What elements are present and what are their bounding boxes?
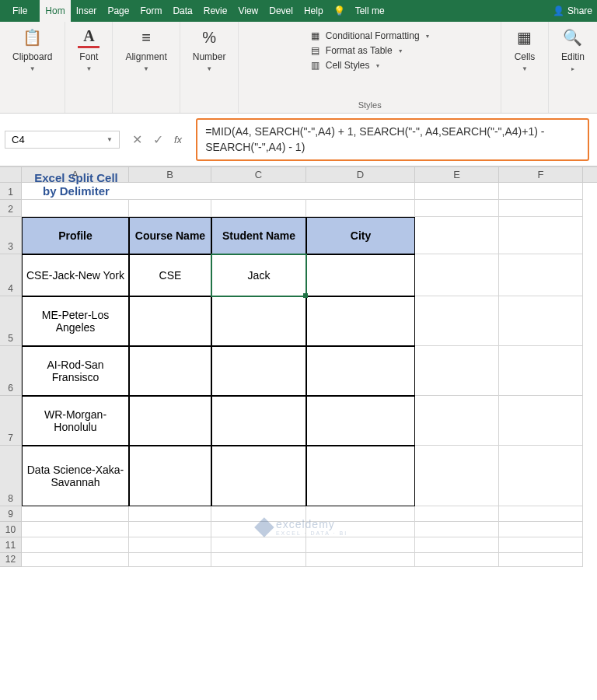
conditional-formatting-button[interactable]: ▦ Conditional Formatting ▼ [309, 30, 431, 42]
cell[interactable] [129, 537, 211, 553]
cell[interactable] [415, 346, 499, 396]
row-header[interactable]: 1 [0, 183, 22, 200]
cell[interactable] [306, 553, 415, 567]
cell[interactable] [499, 183, 583, 200]
row-header[interactable]: 12 [0, 553, 22, 567]
row-header[interactable]: 9 [0, 506, 22, 522]
tab-page[interactable]: Page [102, 0, 134, 22]
clipboard-button[interactable]: 📋 Clipboard ▼ [8, 25, 57, 74]
header-student[interactable]: Student Name [211, 217, 306, 254]
header-city[interactable]: City [306, 217, 415, 254]
cancel-icon[interactable]: ✕ [132, 132, 142, 147]
tab-file[interactable]: File [0, 0, 40, 22]
cell[interactable] [415, 506, 499, 522]
col-header-D[interactable]: D [306, 167, 415, 182]
cell[interactable] [499, 200, 583, 217]
cell-student[interactable] [211, 346, 306, 396]
cell-city[interactable] [306, 346, 415, 396]
cell[interactable] [499, 296, 583, 346]
cell-profile[interactable]: WR-Morgan-Honolulu [22, 396, 129, 446]
col-header-F[interactable]: F [499, 167, 583, 182]
chevron-down-icon[interactable]: ▼ [106, 136, 113, 143]
cell-course[interactable]: CSE [129, 254, 211, 296]
cell[interactable] [415, 522, 499, 537]
cells-button[interactable]: ▦ Cells ▼ [509, 25, 540, 74]
format-as-table-button[interactable]: ▤ Format as Table ▼ [309, 44, 403, 57]
number-button[interactable]: % Number ▼ [188, 25, 231, 74]
name-box[interactable]: C4 ▼ [5, 131, 120, 149]
row-header[interactable]: 7 [0, 396, 22, 446]
col-header-B[interactable]: B [129, 167, 211, 182]
row-header[interactable]: 10 [0, 522, 22, 537]
share-button[interactable]: 👤 Share [548, 5, 597, 16]
cell[interactable] [415, 296, 499, 346]
cell[interactable] [499, 396, 583, 446]
row-header[interactable]: 3 [0, 217, 22, 254]
cell[interactable] [415, 217, 499, 254]
lightbulb-icon[interactable]: 💡 [333, 5, 345, 16]
cell[interactable] [22, 553, 129, 567]
cell[interactable] [415, 396, 499, 446]
fill-handle[interactable] [303, 293, 308, 298]
tab-formulas[interactable]: Form [134, 0, 167, 22]
font-button[interactable]: A Font ▼ [73, 25, 104, 74]
cell[interactable] [306, 183, 415, 200]
cell[interactable] [415, 553, 499, 567]
cell[interactable] [499, 217, 583, 254]
cell-city[interactable] [306, 296, 415, 346]
cell[interactable] [129, 506, 211, 522]
row-header[interactable]: 5 [0, 296, 22, 346]
cell[interactable] [22, 522, 129, 537]
col-header-C[interactable]: C [211, 167, 306, 182]
alignment-button[interactable]: ≡ Alignment ▼ [120, 25, 171, 74]
tab-developer[interactable]: Devel [264, 0, 298, 22]
cell[interactable] [22, 537, 129, 553]
cell[interactable] [499, 346, 583, 396]
cell-title[interactable]: Excel Split Cell by Delimiter Formula [22, 183, 129, 200]
cell-profile[interactable]: ME-Peter-Los Angeles [22, 296, 129, 346]
cell-profile[interactable]: Data Science-Xaka-Savannah [22, 446, 129, 506]
formula-bar[interactable]: =MID(A4, SEARCH("-",A4) + 1, SEARCH("-",… [196, 118, 589, 161]
cell[interactable] [129, 522, 211, 537]
cell-course[interactable] [129, 446, 211, 506]
cell[interactable] [415, 200, 499, 217]
tab-review[interactable]: Revie [198, 0, 233, 22]
cell[interactable] [499, 553, 583, 567]
tab-help[interactable]: Help [298, 0, 329, 22]
row-header[interactable]: 11 [0, 537, 22, 553]
cell-profile[interactable]: CSE-Jack-New York [22, 254, 129, 296]
cell[interactable] [499, 522, 583, 537]
cell[interactable] [211, 553, 306, 567]
cell[interactable] [306, 537, 415, 553]
cell[interactable] [415, 446, 499, 506]
cell[interactable] [22, 200, 129, 217]
col-header-E[interactable]: E [415, 167, 499, 182]
cell[interactable] [415, 537, 499, 553]
cell-student-selected[interactable]: Jack [211, 254, 306, 296]
cell[interactable] [22, 506, 129, 522]
tab-view[interactable]: View [232, 0, 264, 22]
cell[interactable] [211, 183, 306, 200]
header-profile[interactable]: Profile [22, 217, 129, 254]
cell-course[interactable] [129, 346, 211, 396]
cell[interactable] [211, 537, 306, 553]
tab-home[interactable]: Hom [40, 0, 70, 22]
row-header[interactable]: 8 [0, 446, 22, 506]
cell[interactable] [129, 183, 211, 200]
cell[interactable] [415, 183, 499, 200]
fx-icon[interactable]: fx [174, 134, 188, 145]
tell-me[interactable]: Tell me [350, 0, 390, 22]
cell-student[interactable] [211, 446, 306, 506]
cell-styles-button[interactable]: ▥ Cell Styles ▼ [309, 59, 381, 72]
cell-city[interactable] [306, 446, 415, 506]
cell-student[interactable] [211, 396, 306, 446]
row-header[interactable]: 2 [0, 200, 22, 217]
cell-profile[interactable]: AI-Rod-San Fransisco [22, 346, 129, 396]
cell[interactable] [211, 200, 306, 217]
cell[interactable] [129, 553, 211, 567]
cell-student[interactable] [211, 296, 306, 346]
cell-city[interactable] [306, 396, 415, 446]
cell-course[interactable] [129, 296, 211, 346]
tab-data[interactable]: Data [167, 0, 197, 22]
cell[interactable] [499, 537, 583, 553]
